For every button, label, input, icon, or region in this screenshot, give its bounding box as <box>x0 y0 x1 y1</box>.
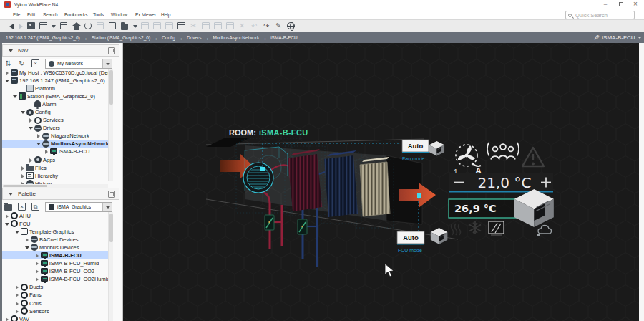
tree-expand-icon[interactable] <box>13 92 19 100</box>
nav-item-services[interactable]: Services <box>2 116 108 124</box>
nav-item-drivers[interactable]: Drivers <box>2 124 108 132</box>
menu-search[interactable]: Search <box>43 12 58 17</box>
palette-item-isma-b-fcu-co2humid[interactable]: iSMA-B-FCU_CO2Humid <box>2 275 108 283</box>
nav-scope-combo[interactable]: My Network <box>45 59 112 69</box>
palette-open-icon[interactable] <box>4 204 12 211</box>
tree-expand-icon[interactable] <box>25 244 31 251</box>
breadcrumb-device[interactable]: iSMA-B-FCU <box>270 35 298 40</box>
palette-item-vav[interactable]: VAV <box>2 315 108 321</box>
palette-close-icon[interactable]: × <box>18 203 26 211</box>
tree-expand-icon[interactable] <box>15 228 21 236</box>
palette-popout-icon[interactable] <box>108 191 115 198</box>
menu-window[interactable]: Window <box>111 12 127 17</box>
fcu-mode-button[interactable]: Auto <box>403 234 419 241</box>
menu-tools[interactable]: Tools <box>93 12 104 17</box>
nav-item-alarm[interactable]: Alarm <box>2 100 108 108</box>
tree-expand-icon[interactable] <box>5 212 11 220</box>
nav-item-modbusasyncnetwork[interactable]: ModbusAsyncNetwork <box>2 140 108 148</box>
tree-expand-icon[interactable] <box>36 140 42 148</box>
tree-expand-icon[interactable] <box>35 251 41 259</box>
menu-bookmarks[interactable]: Bookmarks <box>64 12 88 17</box>
open-folder-caret-icon[interactable] <box>133 21 137 30</box>
menu-file[interactable]: File <box>13 12 20 17</box>
palette-item-coils[interactable]: Coils <box>2 300 108 307</box>
forward-icon[interactable] <box>19 24 23 29</box>
tree-expand-icon[interactable] <box>15 283 21 291</box>
tree-expand-icon[interactable] <box>36 132 42 140</box>
quick-search-box[interactable] <box>565 11 635 19</box>
side-bar-icon[interactable] <box>109 22 117 30</box>
nav-item-apps[interactable]: Apps <box>2 156 108 164</box>
nav-item-isma-b-fcu[interactable]: iSMA-B-FCU <box>2 148 108 155</box>
tree-expand-icon[interactable] <box>35 267 41 275</box>
nav-item-niagaranetwork[interactable]: NiagaraNetwork <box>2 132 108 140</box>
open-image-icon[interactable] <box>27 22 35 30</box>
new-document-icon[interactable] <box>177 22 185 30</box>
palette-item-sensors[interactable]: Sensors <box>2 307 108 315</box>
menu-px-viewer[interactable]: Px Viewer <box>135 12 156 17</box>
nav-scope-dropdown-icon[interactable] <box>102 59 112 68</box>
palette-item-modbus-devices[interactable]: Modbus Devices <box>2 244 108 251</box>
palette-item-fcu[interactable]: FCU <box>2 220 108 228</box>
cooling-valve[interactable] <box>298 219 307 234</box>
menu-edit[interactable]: Edit <box>27 12 35 17</box>
nav-vscrollbar[interactable] <box>108 69 113 181</box>
palette-item-fans[interactable]: Fans <box>2 291 108 299</box>
new-view-icon[interactable] <box>60 22 68 30</box>
new-window-icon[interactable] <box>39 22 47 30</box>
tree-expand-icon[interactable] <box>5 77 11 85</box>
tree-expand-icon[interactable] <box>15 291 21 299</box>
fan-mode-control[interactable]: Auto Fan mode <box>402 140 429 161</box>
nav-popout-icon[interactable] <box>108 47 115 54</box>
minimize-button[interactable]: – <box>600 0 611 9</box>
fcu-mode-control[interactable]: Auto FCU mode <box>397 231 424 253</box>
fan-mode-button[interactable]: Auto <box>408 142 424 150</box>
tree-expand-icon[interactable] <box>5 69 11 77</box>
edit-view-icon[interactable]: ✎ <box>592 34 600 40</box>
discharge-handle[interactable] <box>417 193 421 198</box>
nav-close-icon[interactable]: × <box>31 59 39 67</box>
back-icon[interactable] <box>9 24 14 29</box>
refresh-icon[interactable] <box>84 22 92 30</box>
current-view-label[interactable]: iSMA-B-FCU <box>602 34 635 41</box>
tree-expand-icon[interactable] <box>29 116 34 124</box>
home-icon[interactable] <box>72 22 80 30</box>
nav-item-station-isma-graphics2-0-[interactable]: Station (iSMA_Graphics2_0) <box>2 92 108 100</box>
breadcrumb-drivers[interactable]: Drivers <box>187 35 202 40</box>
tree-expand-icon[interactable] <box>35 259 41 267</box>
breadcrumb-station[interactable]: Station (iSMA_Graphics2_0) <box>92 35 150 40</box>
palette-item-bacnet-devices[interactable]: BACnet Devices <box>2 236 108 244</box>
tree-expand-icon[interactable] <box>29 156 34 164</box>
palette-item-isma-b-fcu-co2[interactable]: iSMA-B-FCU_CO2 <box>2 267 108 275</box>
tree-expand-icon[interactable] <box>5 220 11 228</box>
fan-handle[interactable] <box>260 167 265 171</box>
palette-module-combo[interactable]: iSMA_Graphics <box>45 202 112 212</box>
palette-copy-icon[interactable]: ⧉ <box>31 203 39 211</box>
tree-expand-icon[interactable] <box>35 275 41 283</box>
palette-item-ducts[interactable]: Ducts <box>2 283 108 291</box>
tree-expand-icon[interactable] <box>44 148 50 155</box>
tree-expand-icon[interactable] <box>21 164 26 172</box>
tree-expand-icon[interactable] <box>29 124 34 132</box>
palette-item-ahu[interactable]: AHU <box>2 212 108 220</box>
nav-item-hierarchy[interactable]: Hierarchy <box>2 172 108 180</box>
edit-icon[interactable]: ✎ <box>275 22 283 30</box>
palette-item-isma-b-fcu-humid[interactable]: iSMA-B-FCU_Humid <box>2 259 108 267</box>
tree-expand-icon[interactable] <box>21 108 26 116</box>
tree-expand-icon[interactable] <box>5 315 11 321</box>
tree-expand-icon[interactable] <box>15 300 21 307</box>
breadcrumb-host[interactable]: 192.168.1.247 (iSMA_Graphics2_0) <box>6 35 80 40</box>
search-input[interactable] <box>575 11 633 19</box>
palette-vscrollbar[interactable] <box>108 212 113 321</box>
main-vscrollbar[interactable] <box>639 43 644 321</box>
palette-module-dropdown-icon[interactable] <box>102 203 112 211</box>
nav-item-my-host-ws6c5376d-gc5-local-demofromappointm[interactable]: My Host : WS6C5376D.gc5.local (DemoFromA… <box>2 69 108 77</box>
menu-help[interactable]: Help <box>161 12 170 17</box>
redo-icon[interactable]: ↷ <box>263 22 270 30</box>
palette-collapse-icon[interactable] <box>9 193 13 196</box>
nav-item-files[interactable]: Files <box>2 164 108 172</box>
palette-item-template-graphics[interactable]: Template Graphics <box>2 228 108 236</box>
close-button[interactable]: × <box>630 0 641 9</box>
tree-expand-icon[interactable] <box>25 236 31 244</box>
nav-collapse-icon[interactable] <box>9 49 13 52</box>
